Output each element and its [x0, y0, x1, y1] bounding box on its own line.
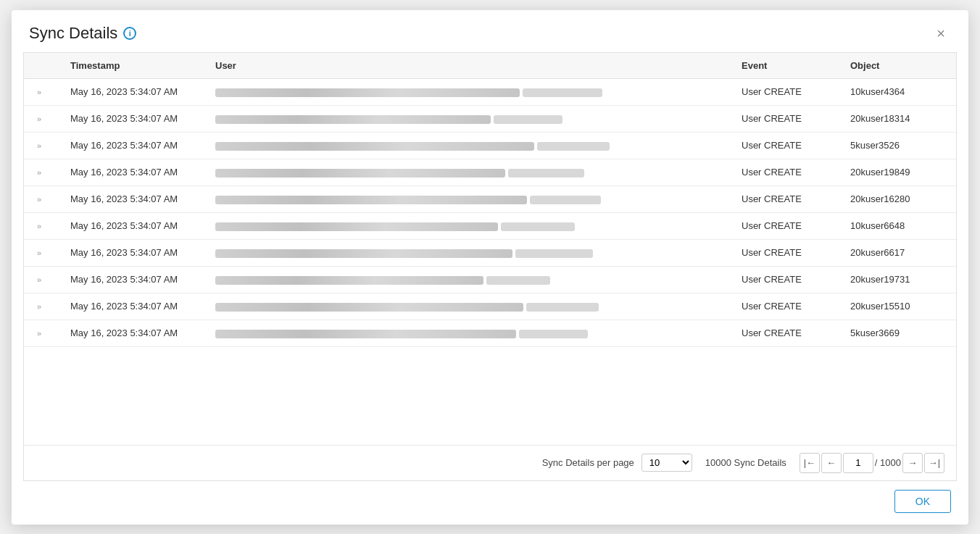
- dialog-title: Sync Details i: [29, 24, 136, 43]
- user-cell: [205, 105, 731, 132]
- user-cell: [205, 78, 731, 105]
- expand-button[interactable]: »: [34, 193, 44, 205]
- expand-cell: »: [24, 105, 60, 132]
- object-cell: 20kuser18314: [840, 105, 956, 132]
- event-cell: User CREATE: [731, 105, 840, 132]
- current-page-input[interactable]: [843, 453, 873, 473]
- ok-button[interactable]: OK: [894, 490, 951, 513]
- timestamp-cell: May 16, 2023 5:34:07 AM: [60, 320, 205, 346]
- table-wrapper: Timestamp User Event Object »M: [23, 52, 957, 481]
- timestamp-cell: May 16, 2023 5:34:07 AM: [60, 105, 205, 132]
- pagination-bar: Sync Details per page 102550100 10000 Sy…: [24, 445, 956, 480]
- expand-cell: »: [24, 320, 60, 346]
- timestamp-cell: May 16, 2023 5:34:07 AM: [60, 185, 205, 212]
- expand-button[interactable]: »: [34, 140, 44, 151]
- expand-cell: »: [24, 132, 60, 159]
- table-row: »May 16, 2023 5:34:07 AM User CREATE10ku…: [24, 78, 956, 105]
- expand-cell: »: [24, 239, 60, 266]
- timestamp-cell: May 16, 2023 5:34:07 AM: [60, 266, 205, 293]
- expand-cell: »: [24, 266, 60, 293]
- event-cell: User CREATE: [731, 266, 840, 293]
- sync-details-table: Timestamp User Event Object »M: [24, 53, 956, 347]
- event-cell: User CREATE: [731, 320, 840, 346]
- event-cell: User CREATE: [731, 212, 840, 239]
- table-row: »May 16, 2023 5:34:07 AM User CREATE20ku…: [24, 239, 956, 266]
- col-header-event: Event: [731, 53, 840, 79]
- timestamp-cell: May 16, 2023 5:34:07 AM: [60, 132, 205, 159]
- event-cell: User CREATE: [731, 293, 840, 320]
- object-cell: 20kuser19849: [840, 159, 956, 185]
- expand-cell: »: [24, 293, 60, 320]
- per-page-label: Sync Details per page: [542, 457, 634, 468]
- close-button[interactable]: ×: [931, 23, 951, 43]
- user-cell: [205, 159, 731, 185]
- pagination-nav: |← ← / 1000 → →|: [800, 453, 944, 473]
- col-header-expand: [24, 53, 60, 79]
- table-header-row: Timestamp User Event Object: [24, 53, 956, 79]
- first-page-button[interactable]: |←: [800, 453, 820, 473]
- table-row: »May 16, 2023 5:34:07 AM User CREATE5kus…: [24, 132, 956, 159]
- event-cell: User CREATE: [731, 78, 840, 105]
- next-page-button[interactable]: →: [902, 453, 923, 473]
- total-pages: / 1000: [875, 457, 901, 468]
- per-page-select[interactable]: 102550100: [641, 454, 692, 472]
- event-cell: User CREATE: [731, 132, 840, 159]
- user-cell: [205, 185, 731, 212]
- table-row: »May 16, 2023 5:34:07 AM User CREATE20ku…: [24, 159, 956, 185]
- expand-button[interactable]: »: [34, 113, 44, 125]
- sync-details-dialog: Sync Details i × Timestamp User: [12, 10, 968, 525]
- expand-button[interactable]: »: [34, 220, 44, 232]
- user-cell: [205, 239, 731, 266]
- object-cell: 5kuser3669: [840, 320, 956, 346]
- table-row: »May 16, 2023 5:34:07 AM User CREATE20ku…: [24, 105, 956, 132]
- timestamp-cell: May 16, 2023 5:34:07 AM: [60, 159, 205, 185]
- object-cell: 20kuser6617: [840, 239, 956, 266]
- table-row: »May 16, 2023 5:34:07 AM User CREATE20ku…: [24, 266, 956, 293]
- expand-button[interactable]: »: [34, 301, 44, 312]
- dialog-title-text: Sync Details: [29, 24, 117, 43]
- object-cell: 20kuser16280: [840, 185, 956, 212]
- prev-page-button[interactable]: ←: [821, 453, 842, 473]
- object-cell: 10kuser4364: [840, 78, 956, 105]
- object-cell: 10kuser6648: [840, 212, 956, 239]
- expand-cell: »: [24, 185, 60, 212]
- object-cell: 20kuser15510: [840, 293, 956, 320]
- user-cell: [205, 132, 731, 159]
- event-cell: User CREATE: [731, 159, 840, 185]
- col-header-user: User: [205, 53, 731, 79]
- object-cell: 5kuser3526: [840, 132, 956, 159]
- last-page-button[interactable]: →|: [924, 453, 944, 473]
- object-cell: 20kuser19731: [840, 266, 956, 293]
- user-cell: [205, 212, 731, 239]
- table-scroll[interactable]: Timestamp User Event Object »M: [24, 53, 956, 445]
- dialog-header: Sync Details i ×: [12, 10, 968, 52]
- table-row: »May 16, 2023 5:34:07 AM User CREATE20ku…: [24, 293, 956, 320]
- expand-button[interactable]: »: [34, 86, 44, 98]
- expand-cell: »: [24, 159, 60, 185]
- expand-button[interactable]: »: [34, 247, 44, 259]
- table-row: »May 16, 2023 5:34:07 AM User CREATE5kus…: [24, 320, 956, 346]
- timestamp-cell: May 16, 2023 5:34:07 AM: [60, 212, 205, 239]
- col-header-object: Object: [840, 53, 956, 79]
- user-cell: [205, 266, 731, 293]
- info-icon[interactable]: i: [123, 27, 136, 40]
- expand-button[interactable]: »: [34, 167, 44, 178]
- timestamp-cell: May 16, 2023 5:34:07 AM: [60, 239, 205, 266]
- expand-cell: »: [24, 212, 60, 239]
- user-cell: [205, 320, 731, 346]
- col-header-timestamp: Timestamp: [60, 53, 205, 79]
- user-cell: [205, 293, 731, 320]
- expand-cell: »: [24, 78, 60, 105]
- table-row: »May 16, 2023 5:34:07 AM User CREATE10ku…: [24, 212, 956, 239]
- dialog-footer: OK: [12, 481, 968, 525]
- expand-button[interactable]: »: [34, 328, 44, 339]
- table-row: »May 16, 2023 5:34:07 AM User CREATE20ku…: [24, 185, 956, 212]
- expand-button[interactable]: »: [34, 274, 44, 285]
- event-cell: User CREATE: [731, 239, 840, 266]
- total-label: 10000 Sync Details: [705, 457, 786, 468]
- timestamp-cell: May 16, 2023 5:34:07 AM: [60, 293, 205, 320]
- timestamp-cell: May 16, 2023 5:34:07 AM: [60, 78, 205, 105]
- event-cell: User CREATE: [731, 185, 840, 212]
